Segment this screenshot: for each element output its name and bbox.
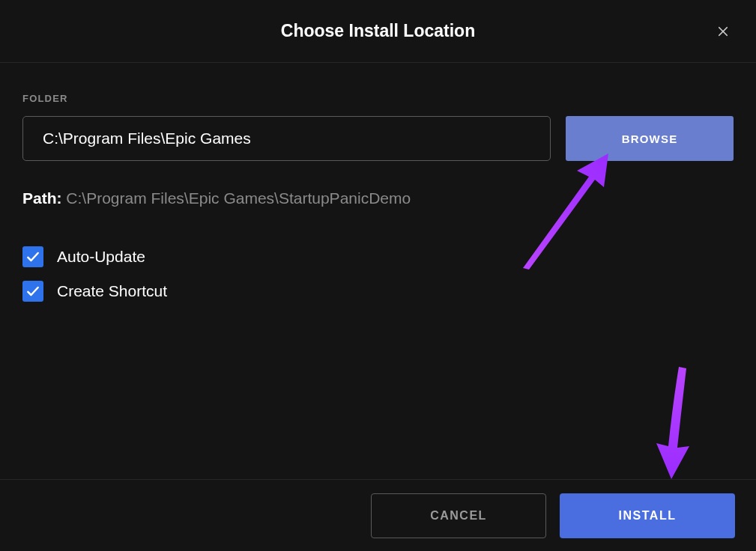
create-shortcut-label: Create Shortcut xyxy=(57,282,167,300)
dialog-footer: CANCEL INSTALL xyxy=(0,479,756,551)
folder-row: BROWSE xyxy=(22,116,734,161)
path-label: Path: xyxy=(22,189,62,207)
browse-button[interactable]: BROWSE xyxy=(566,116,734,161)
auto-update-checkbox[interactable] xyxy=(22,246,43,267)
dialog-title: Choose Install Location xyxy=(281,21,475,41)
check-icon xyxy=(25,249,40,264)
create-shortcut-row: Create Shortcut xyxy=(22,281,734,302)
path-line: Path: C:\Program Files\Epic Games\Startu… xyxy=(22,189,734,207)
folder-label: FOLDER xyxy=(22,93,734,104)
dialog-header: Choose Install Location xyxy=(0,0,756,63)
check-icon xyxy=(25,284,40,299)
close-button[interactable] xyxy=(714,22,732,40)
cancel-button[interactable]: CANCEL xyxy=(371,493,546,538)
create-shortcut-checkbox[interactable] xyxy=(22,281,43,302)
install-button[interactable]: INSTALL xyxy=(560,493,735,538)
path-value: C:\Program Files\Epic Games\StartupPanic… xyxy=(66,189,411,207)
annotation-arrow-icon xyxy=(650,365,695,481)
folder-input[interactable] xyxy=(22,116,551,161)
close-icon xyxy=(716,25,730,38)
auto-update-label: Auto-Update xyxy=(57,248,145,266)
auto-update-row: Auto-Update xyxy=(22,246,734,267)
dialog-content: FOLDER BROWSE Path: C:\Program Files\Epi… xyxy=(0,63,756,302)
